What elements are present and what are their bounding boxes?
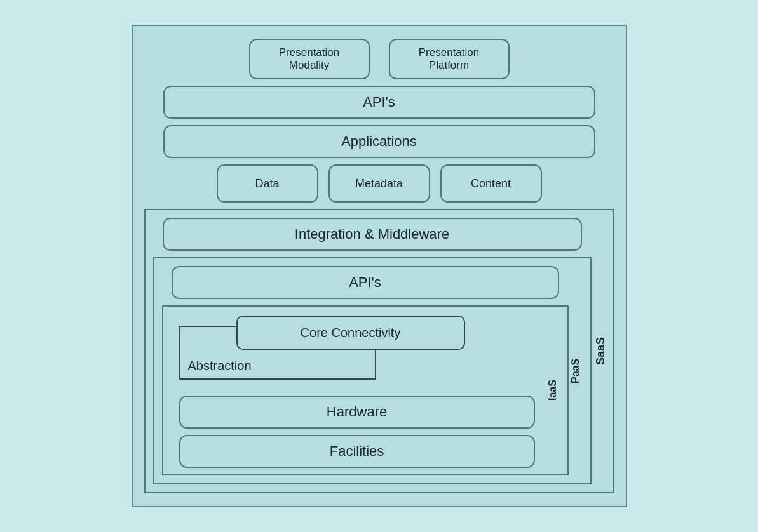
apis-paas-box: API's (172, 266, 559, 299)
paas-inner: API's Core Connectivity (162, 266, 569, 475)
apis-top-box: API's (163, 86, 595, 119)
saas-label: SaaS (592, 218, 609, 484)
presentation-platform-label: Presentation Platform (419, 46, 479, 72)
iaas-inner: Core Connectivity Abstraction Hardware (170, 313, 545, 468)
iaas-container: Core Connectivity Abstraction Hardware (162, 305, 569, 475)
applications-box: Applications (163, 125, 595, 158)
abstraction-label: Abstraction (188, 359, 252, 373)
presentation-modality-label: Presentation Modality (279, 46, 339, 72)
integration-middleware-label: Integration & Middleware (295, 226, 449, 243)
iaas-label: IaaS (545, 313, 561, 468)
core-connectivity-label: Core Connectivity (301, 326, 401, 340)
data-box: Data (217, 164, 318, 203)
facilities-label: Facilities (330, 443, 384, 460)
paas-container: API's Core Connectivity (153, 257, 592, 484)
apis-paas-label: API's (349, 274, 381, 291)
integration-middleware-box: Integration & Middleware (163, 218, 582, 251)
architecture-diagram: Presentation Modality Presentation Platf… (132, 25, 627, 507)
hardware-label: Hardware (327, 404, 387, 420)
data-row: Data Metadata Content (163, 164, 595, 203)
data-label: Data (255, 177, 279, 190)
content-label: Content (471, 177, 511, 190)
saas-inner: Integration & Middleware API's (153, 218, 592, 484)
metadata-label: Metadata (355, 177, 403, 190)
applications-label: Applications (341, 133, 417, 150)
presentation-row: Presentation Modality Presentation Platf… (163, 39, 595, 79)
hardware-box: Hardware (179, 396, 535, 429)
paas-label: PaaS (569, 266, 583, 475)
core-connectivity-box: Core Connectivity (236, 316, 465, 350)
presentation-modality-box: Presentation Modality (249, 39, 370, 79)
core-connectivity-section: Core Connectivity Abstraction (179, 313, 535, 389)
content-box: Content (440, 164, 542, 203)
facilities-box: Facilities (179, 435, 535, 468)
presentation-platform-box: Presentation Platform (389, 39, 510, 79)
apis-top-label: API's (363, 94, 395, 110)
saas-container: Integration & Middleware API's (144, 209, 614, 493)
metadata-box: Metadata (328, 164, 430, 203)
